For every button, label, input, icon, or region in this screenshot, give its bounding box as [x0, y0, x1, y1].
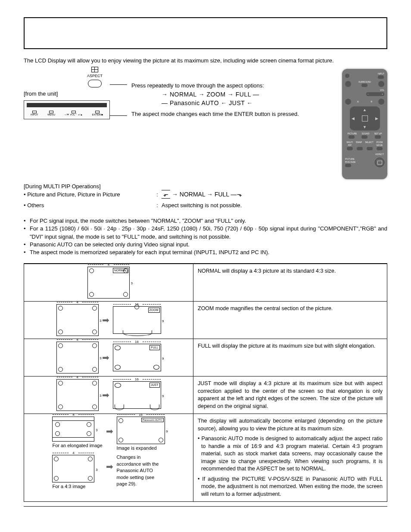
- dpad: ▲▼ ◀▶: [350, 106, 380, 131]
- notes-block: •For PC signal input, the mode switches …: [24, 217, 387, 256]
- full-43: 4 3: [56, 342, 99, 373]
- aspect-small-icon: [345, 81, 351, 87]
- cap-expand: Image is expanded: [117, 445, 165, 451]
- arrow-icon: ➡: [102, 352, 109, 364]
- remote-control: INPUT SURROUND VOL −+ N R ▲▼ ◀▶: [342, 69, 387, 179]
- pauto-b1: • Panasonic AUTO mode is designed to aut…: [198, 435, 383, 473]
- header-box: [24, 17, 387, 49]
- cycle-sub: — Panasonic AUTO ← JUST ←: [162, 99, 331, 108]
- cap-43img: For a 4:3 image: [52, 483, 102, 490]
- remote-surround: SURROUND: [358, 81, 371, 84]
- picture-button: [349, 135, 355, 139]
- select-button: [367, 147, 373, 150]
- unit-enter: ENTER/■: [92, 111, 103, 116]
- pauto-b2: • If adjusting the PICTURE V-POS/V-SIZE …: [198, 476, 383, 498]
- note-1: For PC signal input, the mode switches b…: [30, 217, 387, 225]
- just-169: 16 JUST 9: [113, 381, 161, 409]
- arrow-icon: ➡: [106, 425, 113, 437]
- pauto-169: 16 Panasonic AUTO 9: [117, 417, 165, 444]
- intro-text: The LCD Display will allow you to enjoy …: [24, 57, 387, 65]
- input-button: [378, 75, 384, 79]
- remote-vol: VOL: [345, 89, 384, 92]
- tag-just: JUST: [149, 383, 160, 388]
- aspect-label: ASPECT: [62, 73, 127, 79]
- main-row: ASPECT [from the unit] INPUT MENU −/▼ VO…: [24, 69, 387, 179]
- cap-elong: For an elongated image: [52, 442, 102, 449]
- unit-vol: −/▼ VOL⌃ +/▲: [65, 111, 83, 116]
- n-button: [345, 99, 351, 105]
- pip-row2-text: Aspect switching is not possible.: [162, 202, 242, 209]
- surround-button: [361, 84, 367, 87]
- full-169: 16 FULL 9: [113, 344, 161, 371]
- power-icon: [345, 74, 349, 78]
- zoom-button: [377, 147, 383, 150]
- note-3: Panasonic AUTO can be selected only duri…: [30, 241, 387, 249]
- pauto-elong-43: 4 3: [52, 417, 94, 442]
- remote-input: INPUT: [378, 72, 384, 75]
- r-button: [378, 99, 384, 105]
- remote-button-shape: [88, 80, 102, 87]
- possize-button: [345, 164, 351, 167]
- arrow-icon: ➡: [106, 460, 113, 473]
- desc-pauto: The display will automatically become en…: [198, 417, 383, 432]
- arrow-icon: ➡: [102, 314, 109, 326]
- swap-button: [357, 147, 363, 150]
- desc-just: JUST mode will display a 4:3 picture at …: [193, 376, 387, 414]
- unit-panel: INPUT MENU −/▼ VOL⌃ +/▲ ENTER/■: [24, 100, 110, 119]
- zoom-169: 16 ZOOM 9: [113, 306, 161, 334]
- desc-zoom: ZOOM mode magnifies the central section …: [193, 302, 387, 339]
- note-2: For a 1125 (1080) / 60i · 50i · 24p · 25…: [30, 225, 387, 240]
- desc-full: FULL will display the picture at its max…: [193, 339, 387, 376]
- just-43: 4 3: [56, 379, 99, 411]
- pauto-43b: 4 3: [52, 455, 94, 482]
- tag-pauto: Panasonic AUTO: [141, 418, 164, 422]
- setup-button: [375, 135, 381, 139]
- tag-full: FULL: [149, 345, 159, 350]
- unit-input: INPUT: [31, 111, 38, 116]
- unit-menu: MENU: [47, 111, 55, 116]
- cycle-main: → NORMAL → ZOOM → FULL —: [162, 90, 331, 99]
- normal-43: 4 NORMAL 3: [87, 267, 130, 299]
- aspect-circle-icon: [375, 158, 384, 167]
- zoom-43: 4 3: [56, 304, 99, 336]
- pip-button: [347, 147, 353, 150]
- desc-normal: NORMAL will display a 4:3 picture at its…: [193, 264, 387, 302]
- enter-text: The aspect mode changes each time the EN…: [131, 110, 331, 118]
- tag-zoom: ZOOM: [148, 308, 160, 313]
- from-unit-label: [from the unit]: [24, 90, 127, 98]
- note-4: The aspect mode is memorized separately …: [30, 249, 387, 256]
- modes-table: 4 NORMAL 3 NORMAL will display a 4:3 pic…: [24, 264, 387, 502]
- pip-row2-label: • Others: [24, 202, 153, 209]
- sound-button: [361, 135, 367, 139]
- pip-row1-cycle: ⬐ → NORMAL → FULL —⬎: [162, 190, 242, 199]
- mute-icon: [378, 81, 384, 87]
- pip-title: [During MULTI PIP Operations]: [24, 183, 387, 190]
- vol-pill: −+: [366, 92, 384, 96]
- press-text: Press repeatedly to move through the asp…: [131, 82, 331, 90]
- cap-changes: Changes in accordance with the Panasonic…: [117, 454, 164, 487]
- pip-row1-label: • Picture and Picture, Picture in Pictur…: [24, 191, 153, 199]
- arrow-icon: ➡: [102, 389, 109, 401]
